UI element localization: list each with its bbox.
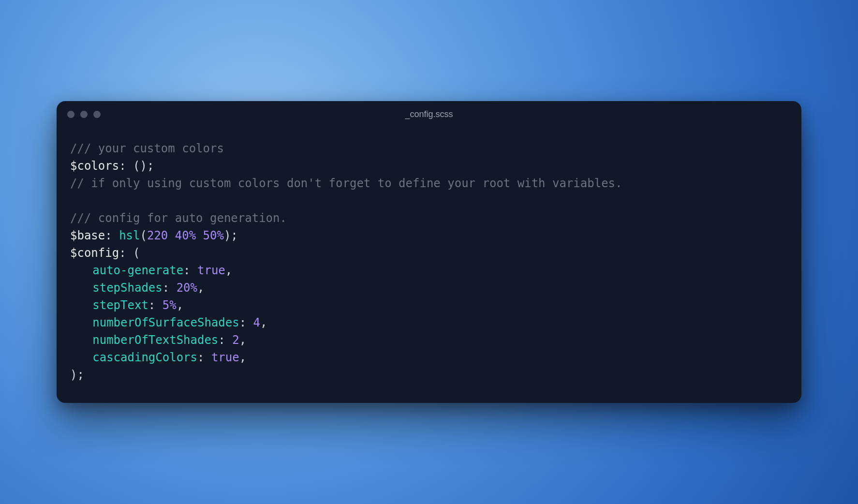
code-punct: ,	[225, 264, 232, 277]
code-variable: $base	[70, 229, 105, 242]
code-value: 20%	[177, 281, 197, 295]
code-comment: /// your custom colors	[70, 142, 224, 155]
code-punct: :	[183, 264, 197, 277]
code-key: stepShades	[92, 281, 163, 295]
code-key: auto-generate	[92, 264, 183, 277]
code-value: 2	[232, 333, 239, 347]
code-comment: /// config for auto generation.	[70, 211, 287, 225]
code-value: true	[197, 264, 225, 277]
code-punct: ,	[197, 281, 204, 295]
code-punct: :	[119, 159, 133, 173]
code-fn: hsl	[119, 229, 140, 242]
code-area[interactable]: /// your custom colors $colors: (); // i…	[57, 127, 801, 403]
code-punct: ,	[260, 316, 267, 329]
code-punct: ,	[239, 351, 246, 364]
code-punct: :	[239, 316, 253, 329]
code-punct: :	[218, 333, 232, 347]
code-punct: :	[163, 281, 177, 295]
code-value: 4	[253, 316, 260, 329]
code-rhs: ()	[133, 159, 147, 173]
code-punct: ,	[177, 298, 183, 312]
minimize-icon[interactable]	[80, 111, 88, 118]
code-punct: :	[197, 351, 211, 364]
code-key: numberOfTextShades	[92, 333, 218, 347]
window-title: _config.scss	[405, 109, 453, 119]
code-punct: ;	[147, 159, 154, 173]
code-number: 220 40% 50%	[147, 229, 224, 242]
code-punct: :	[105, 229, 119, 242]
code-punct: :	[119, 246, 133, 260]
code-punct: );	[70, 368, 84, 382]
maximize-icon[interactable]	[93, 111, 101, 118]
code-key: numberOfSurfaceShades	[92, 316, 239, 329]
code-punct: :	[148, 298, 163, 312]
editor-window: _config.scss /// your custom colors $col…	[57, 101, 801, 403]
code-variable: $config	[70, 246, 119, 260]
code-key: cascadingColors	[92, 351, 197, 364]
code-punct: ,	[239, 333, 246, 347]
window-controls	[67, 111, 101, 118]
code-value: true	[211, 351, 239, 364]
code-punct: (	[140, 229, 147, 242]
code-value: 5%	[163, 298, 177, 312]
code-key: stepText	[92, 298, 148, 312]
code-punct: (	[133, 246, 140, 260]
code-comment: // if only using custom colors don't for…	[70, 177, 622, 190]
code-punct: );	[224, 229, 238, 242]
code-variable: $colors	[70, 159, 119, 173]
close-icon[interactable]	[67, 111, 74, 118]
titlebar: _config.scss	[57, 101, 801, 127]
